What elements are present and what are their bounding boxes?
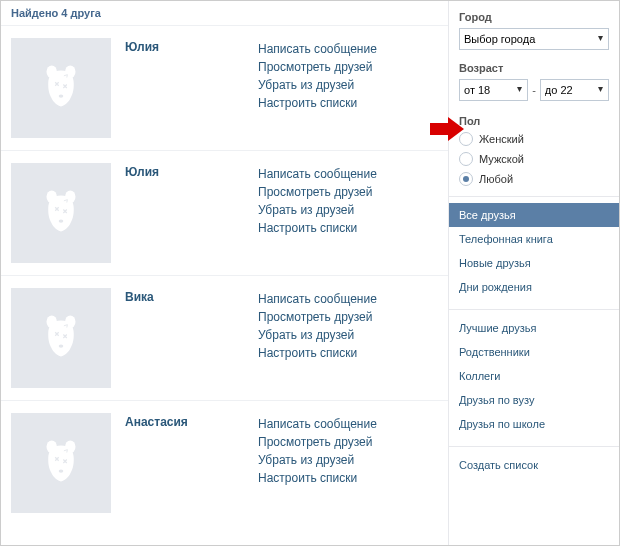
avatar-placeholder-icon [32,434,90,492]
configure-lists-link[interactable]: Настроить списки [258,94,438,112]
svg-point-11 [59,469,64,472]
svg-point-9 [47,440,57,453]
write-message-link[interactable]: Написать сообщение [258,165,438,183]
avatar[interactable] [11,38,111,138]
avatar-placeholder-icon [32,59,90,117]
divider [449,196,619,197]
gender-female-label: Женский [479,133,524,145]
view-friends-link[interactable]: Просмотреть друзей [258,58,438,76]
friend-name-link[interactable]: Юлия [125,165,159,179]
divider [449,446,619,447]
view-friends-link[interactable]: Просмотреть друзей [258,183,438,201]
view-friends-link[interactable]: Просмотреть друзей [258,433,438,451]
svg-point-8 [59,344,64,347]
remove-friend-link[interactable]: Убрать из друзей [258,451,438,469]
remove-friend-link[interactable]: Убрать из друзей [258,76,438,94]
divider [449,309,619,310]
list-all-friends[interactable]: Все друзья [449,203,619,227]
write-message-link[interactable]: Написать сообщение [258,415,438,433]
radio-icon [459,172,473,186]
age-from-select[interactable] [459,79,528,101]
city-label: Город [459,11,609,23]
age-label: Возраст [459,62,609,74]
avatar[interactable] [11,163,111,263]
remove-friend-link[interactable]: Убрать из друзей [258,326,438,344]
list-colleagues[interactable]: Коллеги [449,364,619,388]
friend-row: Вика Написать сообщение Просмотреть друз… [1,276,448,401]
svg-point-3 [47,190,57,203]
list-phonebook[interactable]: Телефонная книга [449,227,619,251]
city-select[interactable] [459,28,609,50]
list-new-friends[interactable]: Новые друзья [449,251,619,275]
list-school[interactable]: Друзья по школе [449,412,619,436]
avatar[interactable] [11,288,111,388]
friend-row: Юлия Написать сообщение Просмотреть друз… [1,26,448,151]
gender-female-radio[interactable]: Женский [459,132,609,146]
write-message-link[interactable]: Написать сообщение [258,290,438,308]
gender-male-label: Мужской [479,153,524,165]
age-dash: - [532,84,536,96]
age-to-select[interactable] [540,79,609,101]
svg-point-0 [47,65,57,78]
friends-panel: Найдено 4 друга Юлия Написать сообщение [1,1,449,545]
gender-any-label: Любой [479,173,513,185]
view-friends-link[interactable]: Просмотреть друзей [258,308,438,326]
radio-icon [459,152,473,166]
svg-point-5 [59,219,64,222]
friend-row: Юлия Написать сообщение Просмотреть друз… [1,151,448,276]
configure-lists-link[interactable]: Настроить списки [258,219,438,237]
avatar-placeholder-icon [32,309,90,367]
filters-sidebar: Город Возраст - Пол Женский Мужской Любо… [449,1,619,545]
list-university[interactable]: Друзья по вузу [449,388,619,412]
svg-point-2 [59,94,64,97]
friend-name-link[interactable]: Вика [125,290,154,304]
avatar-placeholder-icon [32,184,90,242]
write-message-link[interactable]: Написать сообщение [258,40,438,58]
avatar[interactable] [11,413,111,513]
gender-male-radio[interactable]: Мужской [459,152,609,166]
results-header: Найдено 4 друга [1,1,448,26]
svg-point-6 [47,315,57,328]
friend-name-link[interactable]: Юлия [125,40,159,54]
friend-row: Анастасия Написать сообщение Просмотреть… [1,401,448,525]
friend-name-link[interactable]: Анастасия [125,415,188,429]
list-birthdays[interactable]: Дни рождения [449,275,619,299]
list-best-friends[interactable]: Лучшие друзья [449,316,619,340]
configure-lists-link[interactable]: Настроить списки [258,469,438,487]
gender-any-radio[interactable]: Любой [459,172,609,186]
list-create[interactable]: Создать список [449,453,619,477]
list-family[interactable]: Родственники [449,340,619,364]
configure-lists-link[interactable]: Настроить списки [258,344,438,362]
remove-friend-link[interactable]: Убрать из друзей [258,201,438,219]
gender-label: Пол [459,115,609,127]
radio-icon [459,132,473,146]
